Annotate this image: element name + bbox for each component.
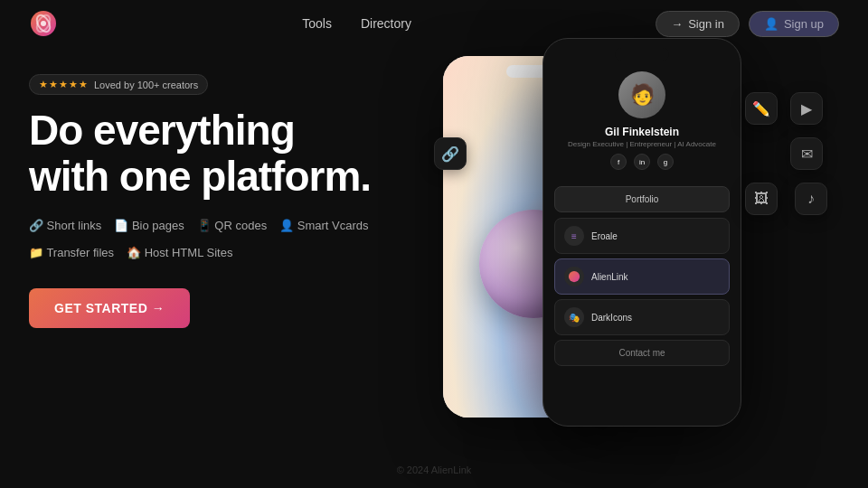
nav-buttons: → Sign in 👤 Sign up [656, 11, 839, 37]
social-fb[interactable]: f [610, 154, 627, 170]
float-icon-pencil: ✏️ [745, 92, 778, 125]
feature-qr-codes: 📱 QR codes [197, 215, 267, 236]
alienlink-icon [564, 267, 584, 286]
portfolio-button[interactable]: Portfolio [554, 186, 730, 212]
badge-text: Loved by 100+ creators [94, 80, 198, 90]
navbar: Tools Directory → Sign in 👤 Sign up [0, 0, 868, 47]
darkicons-icon: 🎭 [564, 307, 584, 327]
profile-name: Gil Finkelstein [605, 126, 679, 138]
link-item-darkicons[interactable]: 🎭 DarkIcons [554, 299, 730, 335]
alienlink-label: AlienLink [591, 272, 628, 282]
signin-label: Sign in [688, 17, 724, 31]
phone-foreground: 🧑 Gil Finkelstein Design Executive | Ent… [542, 38, 741, 427]
darkicons-label: DarkIcons [591, 313, 632, 323]
badge-stars: ★★★★★ [39, 79, 89, 90]
avatar: 🧑 [618, 71, 665, 118]
profile-desc: Design Executive | Entrepreneur | AI Adv… [568, 140, 716, 148]
float-icon-play: ▶ [790, 92, 823, 125]
signup-icon: 👤 [764, 17, 778, 31]
float-icon-music: ♪ [795, 183, 827, 215]
nav-link-tools[interactable]: Tools [302, 16, 332, 31]
float-icon-photo: 🖼 [745, 183, 778, 215]
loved-badge: ★★★★★ Loved by 100+ creators [29, 74, 208, 95]
feature-transfer-files: 📁 Transfer files [29, 242, 114, 263]
eroale-icon: ≡ [564, 226, 584, 246]
feature-bio-pages: 📄 Bio pages [114, 215, 184, 236]
social-icons: f in g [610, 154, 674, 170]
hero-title: Do everything with one platform. [29, 108, 463, 199]
signup-label: Sign up [784, 17, 824, 31]
hero-title-line2: with one platform. [29, 153, 371, 200]
profile-section: 🧑 Gil Finkelstein Design Executive | Ent… [554, 64, 730, 177]
eroale-label: Eroale [591, 231, 618, 241]
hero-left: ★★★★★ Loved by 100+ creators Do everythi… [29, 65, 463, 328]
svg-point-4 [569, 271, 580, 282]
svg-point-3 [41, 21, 46, 26]
logo-icon [29, 9, 58, 38]
social-g[interactable]: g [657, 154, 674, 170]
float-icon-link: 🔗 [434, 137, 467, 170]
logo[interactable] [29, 9, 58, 38]
nav-links: Tools Directory [302, 16, 411, 31]
float-icon-mail: ✉ [790, 137, 823, 170]
hero-title-line1: Do everything [29, 107, 295, 154]
social-in[interactable]: in [634, 154, 650, 170]
get-started-button[interactable]: GET STARTED → [29, 288, 190, 328]
link-item-eroale[interactable]: ≡ Eroale [554, 218, 730, 254]
signin-icon: → [671, 17, 683, 31]
phone-fg-content: 🧑 Gil Finkelstein Design Executive | Ent… [543, 39, 741, 377]
feature-smart-vcards: 👤 Smart Vcards [279, 215, 368, 236]
hero-section: ★★★★★ Loved by 100+ creators Do everythi… [0, 47, 868, 328]
footer-text: © 2024 AlienLink [397, 465, 472, 475]
link-item-alienlink[interactable]: AlienLink [554, 258, 730, 295]
nav-link-directory[interactable]: Directory [361, 16, 411, 31]
contact-button[interactable]: Contact me [554, 340, 730, 366]
signin-button[interactable]: → Sign in [656, 11, 740, 37]
feature-short-links: 🔗 Short links [29, 215, 101, 236]
phone-fg-notch [615, 48, 669, 61]
phone-mockups: 🧑 Gil Finkelstein Design Executive | Ent… [434, 38, 868, 481]
hero-features: 🔗 Short links 📄 Bio pages 📱 QR codes 👤 S… [29, 215, 463, 263]
signup-button[interactable]: 👤 Sign up [749, 11, 839, 37]
feature-host-html: 🏠 Host HTML Sites [127, 242, 232, 263]
